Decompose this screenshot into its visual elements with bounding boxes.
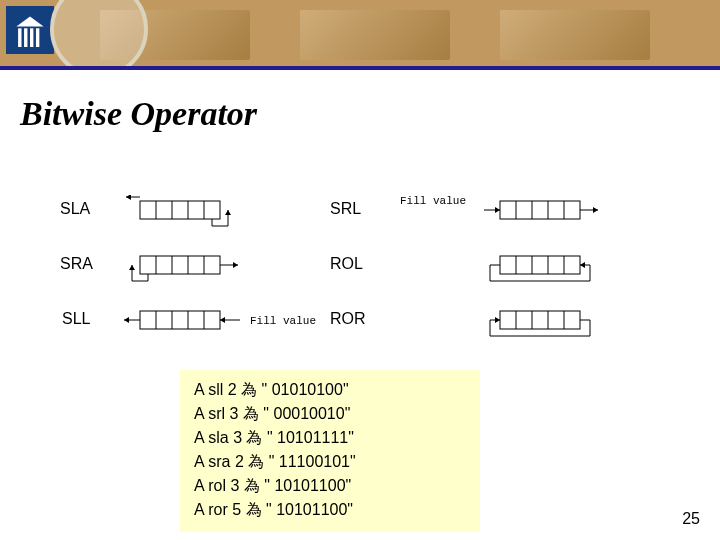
diagram-srl: [480, 195, 610, 231]
label-fill-value-1: Fill value: [400, 195, 466, 207]
svg-rect-44: [500, 256, 580, 274]
example-line: A ror 5 為 " 10101100": [194, 498, 466, 522]
header-map-deco: [300, 10, 450, 60]
university-logo: [6, 6, 54, 54]
svg-rect-1: [24, 28, 27, 47]
label-sll: SLL: [62, 310, 90, 328]
example-line: A rol 3 為 " 10101100": [194, 474, 466, 498]
svg-marker-41: [495, 207, 500, 213]
example-line: A sla 3 為 " 10101111": [194, 426, 466, 450]
label-rol: ROL: [330, 255, 363, 273]
logo-icon: [13, 13, 47, 47]
label-sla: SLA: [60, 200, 90, 218]
svg-rect-2: [30, 28, 33, 47]
examples-box: A sll 2 為 " 01010100" A srl 3 為 " 000100…: [180, 370, 480, 532]
label-sra: SRA: [60, 255, 93, 273]
example-line: A sll 2 為 " 01010100": [194, 378, 466, 402]
label-fill-value-2: Fill value: [250, 315, 316, 327]
svg-marker-54: [580, 262, 585, 268]
slide-title: Bitwise Operator: [20, 95, 257, 133]
svg-marker-14: [225, 210, 231, 215]
svg-rect-55: [500, 311, 580, 329]
example-line: A sra 2 為 " 11100101": [194, 450, 466, 474]
svg-marker-32: [124, 317, 129, 323]
diagram-ror: [480, 305, 610, 341]
example-line: A srl 3 為 " 00010010": [194, 402, 466, 426]
header-underline: [0, 66, 720, 70]
svg-marker-21: [233, 262, 238, 268]
svg-marker-34: [220, 317, 225, 323]
svg-rect-15: [140, 256, 220, 274]
header-map-deco: [100, 10, 250, 60]
page-number: 25: [682, 510, 700, 528]
svg-marker-25: [129, 265, 135, 270]
diagram-sla: [120, 195, 250, 231]
svg-rect-4: [140, 201, 220, 219]
label-srl: SRL: [330, 200, 361, 218]
svg-marker-43: [593, 207, 598, 213]
diagram-sll: [120, 305, 250, 341]
label-ror: ROR: [330, 310, 366, 328]
header-map-deco: [500, 10, 650, 60]
diagram-rol: [480, 250, 610, 286]
svg-rect-0: [18, 28, 21, 47]
svg-rect-35: [500, 201, 580, 219]
svg-marker-65: [495, 317, 500, 323]
slide-header: [0, 0, 720, 68]
svg-rect-26: [140, 311, 220, 329]
svg-rect-3: [36, 28, 39, 47]
diagram-sra: [120, 250, 250, 286]
